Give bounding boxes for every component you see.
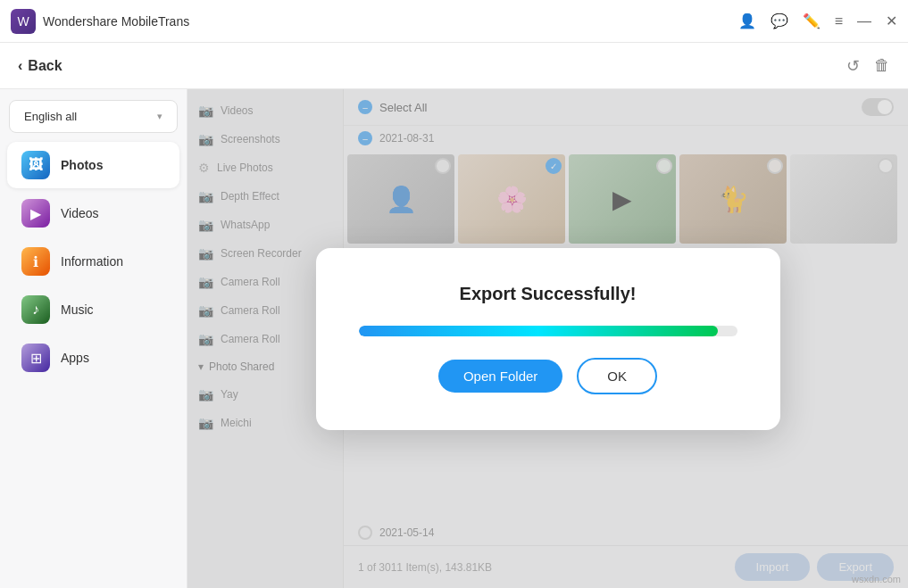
app-icon: W (11, 9, 36, 34)
minimize-icon[interactable]: — (857, 13, 871, 29)
open-folder-button[interactable]: Open Folder (438, 360, 562, 393)
sidebar-item-music[interactable]: ♪ Music (7, 286, 179, 333)
apps-icon: ⊞ (21, 344, 50, 372)
dropdown-label: English all (24, 110, 77, 123)
progress-bar-fill (359, 326, 719, 336)
app-icon-letter: W (17, 14, 29, 29)
progress-bar-container (359, 326, 737, 336)
sidebar-item-apps[interactable]: ⊞ Apps (7, 335, 179, 381)
dialog-buttons: Open Folder OK (438, 358, 657, 394)
back-label: Back (28, 58, 62, 74)
sidebar-item-videos[interactable]: ▶ Videos (7, 190, 179, 236)
back-button[interactable]: ‹ Back (18, 58, 62, 74)
main-layout: English all ▾ 🖼 Photos ▶ Videos ℹ Inform… (0, 89, 908, 588)
title-bar-controls: 👤 💬 ✏️ ≡ — ✕ (738, 12, 897, 29)
menu-icon[interactable]: ≡ (835, 13, 843, 29)
ok-button[interactable]: OK (577, 358, 657, 394)
edit-icon[interactable]: ✏️ (803, 12, 821, 29)
information-icon: ℹ (21, 247, 50, 276)
refresh-icon[interactable]: ↺ (846, 56, 860, 76)
photos-icon: 🖼 (21, 151, 50, 179)
export-success-dialog: Export Successfully! Open Folder OK (316, 248, 780, 430)
account-icon[interactable]: 👤 (738, 12, 756, 29)
sidebar-item-label: Music (61, 302, 94, 317)
chat-icon[interactable]: 💬 (771, 12, 788, 29)
videos-icon: ▶ (21, 199, 50, 228)
language-dropdown[interactable]: English all ▾ (9, 100, 178, 133)
sidebar-item-information[interactable]: ℹ Information (7, 238, 179, 285)
title-bar-left: W Wondershare MobileTrans (11, 9, 189, 34)
sidebar-item-photos[interactable]: 🖼 Photos (7, 142, 179, 188)
content-area: 📷 Videos 📷 Screenshots ⚙ Live Photos 📷 D… (187, 89, 908, 588)
back-arrow-icon: ‹ (18, 58, 22, 74)
title-bar: W Wondershare MobileTrans 👤 💬 ✏️ ≡ — ✕ (0, 0, 908, 43)
sidebar: English all ▾ 🖼 Photos ▶ Videos ℹ Inform… (0, 89, 187, 588)
header-actions: ↺ 🗑 (846, 56, 890, 76)
header-bar: ‹ Back ↺ 🗑 (0, 43, 908, 89)
close-icon[interactable]: ✕ (886, 12, 897, 29)
chevron-down-icon: ▾ (157, 111, 162, 122)
sidebar-item-label: Videos (61, 206, 99, 220)
sidebar-item-label: Apps (61, 351, 89, 365)
music-icon: ♪ (21, 295, 50, 324)
sidebar-item-label: Information (61, 254, 123, 269)
sidebar-item-label: Photos (61, 158, 103, 172)
app-title: Wondershare MobileTrans (43, 14, 189, 29)
watermark: wsxdn.com (852, 574, 901, 584)
delete-icon[interactable]: 🗑 (874, 56, 890, 75)
dialog-title: Export Successfully! (460, 284, 637, 304)
